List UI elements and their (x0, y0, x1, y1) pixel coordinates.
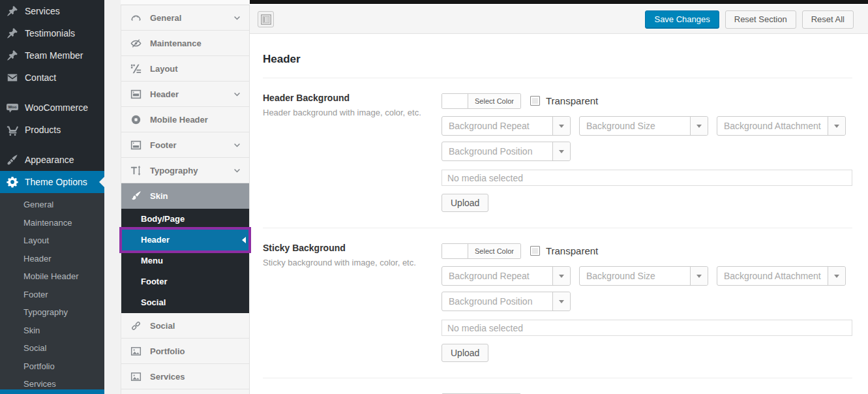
background-size-dropdown[interactable]: Background Size (579, 266, 708, 286)
transparent-checkbox[interactable] (530, 246, 540, 256)
upload-button[interactable]: Upload (441, 194, 488, 212)
background-size-dropdown[interactable]: Background Size (579, 116, 708, 136)
brush-icon (6, 153, 19, 166)
sidebar-subitem-mobile-header[interactable]: Mobile Header (0, 267, 104, 286)
dropdown-placeholder: Background Position (442, 142, 552, 160)
dropdown-caret-icon[interactable] (552, 142, 570, 160)
select-color-button[interactable]: Select Color (441, 243, 521, 259)
sidebar-item-theme-options[interactable]: Theme Options (0, 171, 104, 193)
background-repeat-dropdown[interactable]: Background Repeat (441, 116, 571, 136)
field-label: Header Background (263, 93, 430, 103)
dropdown-placeholder: Background Size (580, 267, 690, 285)
dropdown-caret-icon[interactable] (552, 117, 570, 135)
sidebar-item-contact[interactable]: Contact (0, 67, 104, 89)
media-url-input[interactable] (441, 170, 852, 186)
options-nav-label: Maintenance (150, 38, 202, 48)
dropdown-placeholder: Background Position (442, 292, 552, 311)
dropdown-caret-icon[interactable] (552, 267, 570, 285)
sidebar-item-services[interactable]: Services (0, 0, 104, 22)
sidebar-item-label: Team Member (25, 50, 83, 61)
sidebar-subitem-portfolio[interactable]: Portfolio (0, 357, 104, 376)
options-nav-skin[interactable]: Skin (121, 183, 249, 209)
sidebar-item-label: Theme Options (25, 177, 87, 187)
sidebar-item-team-member[interactable]: Team Member (0, 44, 104, 67)
header-icon (129, 87, 142, 100)
field-header-top-background-color: Header Top Background Color Select Color… (263, 378, 852, 394)
active-item-notch (99, 177, 104, 187)
wp-admin-sidebar: Services Testimonials Team Member Contac… (0, 0, 104, 394)
options-nav-footer[interactable]: Footer (121, 132, 249, 158)
sidebar-item-appearance[interactable]: Appearance (0, 149, 104, 171)
sidebar-subitem-layout[interactable]: Layout (0, 232, 104, 250)
dropdown-row: Background Position (441, 142, 852, 161)
sidebar-item-testimonials[interactable]: Testimonials (0, 22, 104, 44)
page-title: Header (263, 53, 852, 66)
options-nav-typography[interactable]: Typography (121, 158, 249, 183)
woocommerce-icon: Woo (6, 101, 19, 114)
dropdown-row: Background Repeat Background Size Backgr… (441, 116, 852, 136)
options-nav-header[interactable]: Header (121, 82, 249, 107)
sidebar-subitem-footer[interactable]: Footer (0, 286, 104, 304)
dropdown-caret-icon[interactable] (690, 267, 708, 285)
reset-all-button[interactable]: Reset All (802, 10, 854, 29)
save-changes-button[interactable]: Save Changes (645, 10, 719, 29)
select-color-button[interactable]: Select Color (441, 93, 521, 109)
options-nav-services[interactable]: Services (121, 364, 249, 389)
sidebar-subitem-skin[interactable]: Skin (0, 322, 104, 340)
sidebar-subitem-social[interactable]: Social (0, 339, 104, 357)
color-swatch (442, 244, 468, 258)
skin-subitem-body-page[interactable]: Body/Page (121, 209, 249, 230)
dropdown-caret-icon[interactable] (828, 117, 845, 135)
sidebar-item-label: Products (25, 125, 61, 135)
skin-subitem-social[interactable]: Social (121, 292, 249, 313)
reset-section-button[interactable]: Reset Section (725, 10, 796, 29)
skin-subitem-label: Header (141, 235, 170, 245)
active-subitem-arrow-icon (242, 237, 246, 243)
expand-panel-button[interactable] (258, 11, 274, 27)
select-color-label: Select Color (468, 244, 520, 258)
field-info: Sticky Background Sticky background with… (263, 243, 441, 362)
sidebar-subitem-typography[interactable]: Typography (0, 303, 104, 322)
background-attachment-dropdown[interactable]: Background Attachment (717, 266, 846, 286)
image-icon (129, 370, 142, 383)
skin-subitem-menu[interactable]: Menu (121, 250, 249, 271)
background-position-dropdown[interactable]: Background Position (441, 292, 571, 311)
background-attachment-dropdown[interactable]: Background Attachment (717, 116, 846, 136)
dropdown-row: Background Position (441, 292, 852, 311)
dropdown-caret-icon[interactable] (690, 117, 708, 135)
options-nav-layout[interactable]: Layout (121, 56, 249, 82)
dropdown-caret-icon[interactable] (828, 267, 845, 285)
main-content: Save Changes Reset Section Reset All Hea… (250, 0, 868, 394)
mobile-header-icon (129, 113, 142, 126)
background-repeat-dropdown[interactable]: Background Repeat (441, 266, 571, 286)
background-position-dropdown[interactable]: Background Position (441, 142, 571, 161)
dropdown-caret-icon[interactable] (552, 292, 570, 311)
skin-subitem-header[interactable]: Header (121, 230, 249, 250)
skin-submenu: Body/Page Header Menu Footer Social (121, 209, 249, 313)
options-toolbar: Save Changes Reset Section Reset All (250, 4, 868, 34)
media-input-row (441, 320, 852, 336)
skin-subitem-footer[interactable]: Footer (121, 271, 249, 292)
sidebar-item-products[interactable]: Products (0, 119, 104, 141)
sidebar-item-label: Testimonials (25, 28, 75, 38)
footer-icon (129, 138, 142, 151)
sidebar-subitem-general[interactable]: General (0, 196, 104, 214)
color-picker-row: Select Color Transparent (441, 243, 852, 259)
annotation-highlight-box (119, 227, 251, 253)
field-sticky-background: Sticky Background Sticky background with… (263, 228, 852, 378)
transparent-checkbox[interactable] (530, 96, 540, 106)
options-nav-general[interactable]: General (121, 5, 249, 31)
options-nav-label: Skin (150, 191, 168, 201)
sidebar-separator (0, 89, 104, 97)
options-nav-maintenance[interactable]: Maintenance (121, 31, 249, 56)
options-nav-social[interactable]: Social (121, 313, 249, 339)
options-nav-portfolio[interactable]: Portfolio (121, 339, 249, 364)
options-nav-mobile-header[interactable]: Mobile Header (121, 107, 249, 132)
sidebar-subitem-header[interactable]: Header (0, 250, 104, 268)
color-picker-row: Select Color Transparent (441, 93, 852, 109)
sidebar-item-woocommerce[interactable]: Woo WooCommerce (0, 97, 104, 119)
upload-button[interactable]: Upload (441, 344, 488, 362)
sidebar-subitem-maintenance[interactable]: Maintenance (0, 214, 104, 232)
media-url-input[interactable] (441, 320, 852, 336)
options-nav-panel: General Maintenance Layout Header Mobile… (121, 5, 250, 394)
